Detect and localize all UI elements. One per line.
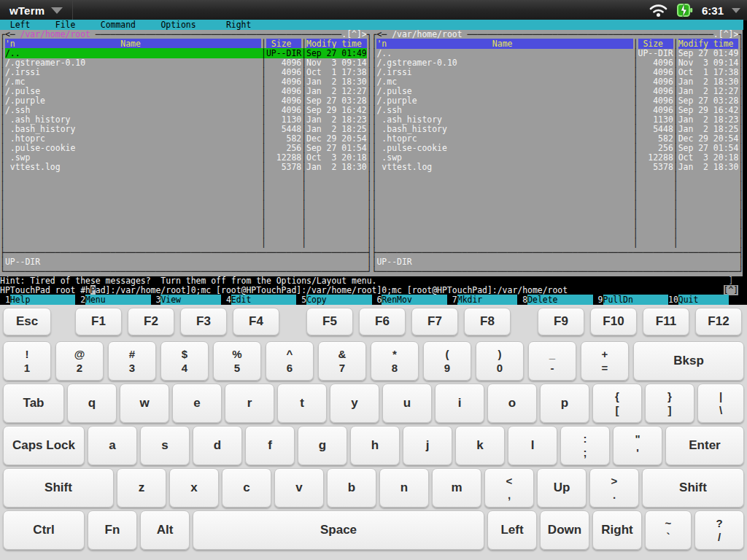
key-g[interactable]: g xyxy=(298,426,347,465)
key-bracket-right[interactable]: }] xyxy=(645,384,694,423)
key-backtick[interactable]: ~` xyxy=(645,510,692,550)
terminal-screen[interactable]: Left File Command Options Right ┌<─ /var… xyxy=(0,20,747,305)
key-s[interactable]: s xyxy=(140,426,190,465)
key-f2[interactable]: F2 xyxy=(128,308,174,335)
key-esc[interactable]: Esc xyxy=(3,308,51,335)
key-bksp[interactable]: Bksp xyxy=(633,341,744,381)
key-5[interactable]: %5 xyxy=(213,341,261,381)
key-v[interactable]: v xyxy=(274,468,324,508)
key-w[interactable]: w xyxy=(120,384,169,423)
key-comma[interactable]: <, xyxy=(484,468,534,508)
menu-options[interactable]: Options xyxy=(160,20,196,30)
key-2[interactable]: @2 xyxy=(55,341,104,381)
key-f7[interactable]: F7 xyxy=(411,308,458,335)
key-f8[interactable]: F8 xyxy=(464,308,511,335)
key-left[interactable]: Left xyxy=(487,510,537,550)
key-r[interactable]: r xyxy=(225,384,274,423)
panel-scroll-marker[interactable]: .[^]> xyxy=(341,29,366,39)
fkey-renmov[interactable]: RenMov xyxy=(382,295,447,305)
key-tab[interactable]: Tab xyxy=(3,384,64,423)
key-o[interactable]: o xyxy=(487,384,537,423)
menu-left[interactable]: Left xyxy=(10,20,31,30)
key-caps-lock[interactable]: Caps Lock xyxy=(3,426,85,465)
menu-file[interactable]: File xyxy=(55,20,76,30)
app-menu-button[interactable]: wTerm xyxy=(0,0,73,20)
key-n[interactable]: n xyxy=(379,468,429,508)
column-header-mtime[interactable]: Modify time xyxy=(306,39,367,49)
key-shift-right[interactable]: Shift xyxy=(642,468,744,508)
key-j[interactable]: j xyxy=(403,426,452,465)
panel-path[interactable]: /var/home/root xyxy=(20,29,90,39)
key-shift-left[interactable]: Shift xyxy=(3,468,114,508)
key-slash[interactable]: ?/ xyxy=(694,510,744,550)
key-semicolon[interactable]: :; xyxy=(560,426,610,465)
key-backslash[interactable]: |\ xyxy=(697,384,744,423)
key-quote[interactable]: "' xyxy=(613,426,662,465)
status-menu-arrow-icon[interactable] xyxy=(732,8,740,13)
scroll-indicator[interactable]: [^] xyxy=(724,285,739,295)
key-up[interactable]: Up xyxy=(537,468,587,508)
key-minus[interactable]: _- xyxy=(528,341,576,381)
fkey-help[interactable]: Help xyxy=(10,295,76,305)
key-u[interactable]: u xyxy=(382,384,432,423)
key-f4[interactable]: F4 xyxy=(233,308,279,335)
key-p[interactable]: p xyxy=(540,384,589,423)
key-down[interactable]: Down xyxy=(540,510,589,550)
key-y[interactable]: y xyxy=(330,384,379,423)
column-header-name[interactable]: 'n Name xyxy=(5,39,261,49)
key-f[interactable]: f xyxy=(245,426,295,465)
column-header-mtime[interactable]: Modify time xyxy=(678,39,739,49)
key-1[interactable]: !1 xyxy=(3,341,51,381)
key-7[interactable]: &7 xyxy=(318,341,366,381)
key-period[interactable]: >. xyxy=(589,468,639,508)
panel-path[interactable]: /var/home/root xyxy=(392,29,462,39)
key-space[interactable]: Space xyxy=(193,510,484,550)
key-ctrl[interactable]: Ctrl xyxy=(3,510,85,550)
key-6[interactable]: ^6 xyxy=(266,341,314,381)
menu-right[interactable]: Right xyxy=(226,20,251,30)
key-f3[interactable]: F3 xyxy=(180,308,227,335)
key-x[interactable]: x xyxy=(169,468,219,508)
key-l[interactable]: l xyxy=(508,426,557,465)
key-h[interactable]: h xyxy=(350,426,400,465)
panel-scroll-marker[interactable]: .[^]> xyxy=(713,29,738,39)
key-e[interactable]: e xyxy=(172,384,222,423)
menu-command[interactable]: Command xyxy=(101,20,136,30)
key-bracket-left[interactable]: {[ xyxy=(592,384,642,423)
key-0[interactable]: )0 xyxy=(476,341,524,381)
key-q[interactable]: q xyxy=(67,384,117,423)
column-header-name[interactable]: 'n Name xyxy=(376,39,632,49)
key-f1[interactable]: F1 xyxy=(75,308,122,335)
key-k[interactable]: k xyxy=(455,426,505,465)
fkey-view[interactable]: View xyxy=(160,295,221,305)
key-f9[interactable]: F9 xyxy=(538,308,584,335)
key-enter[interactable]: Enter xyxy=(665,426,744,465)
fkey-mkdir[interactable]: Mkdir xyxy=(457,295,518,305)
fkey-copy[interactable]: Copy xyxy=(306,295,372,305)
fkey-edit[interactable]: Edit xyxy=(231,295,297,305)
mc-fkey-bar[interactable]: 1Help 2Menu 3View 4Edit 5Copy 6RenMov 7M… xyxy=(0,295,743,305)
fkey-delete[interactable]: Delete xyxy=(527,295,593,305)
key-4[interactable]: $4 xyxy=(160,341,209,381)
key-8[interactable]: *8 xyxy=(371,341,419,381)
key-alt[interactable]: Alt xyxy=(140,510,190,550)
column-header-size[interactable]: Size xyxy=(638,39,673,49)
key-c[interactable]: c xyxy=(222,468,271,508)
key-f12[interactable]: F12 xyxy=(695,308,742,335)
key-9[interactable]: (9 xyxy=(423,341,471,381)
key-b[interactable]: b xyxy=(327,468,376,508)
key-f6[interactable]: F6 xyxy=(359,308,406,335)
key-right[interactable]: Right xyxy=(592,510,642,550)
key-f5[interactable]: F5 xyxy=(306,308,353,335)
fkey-menu[interactable]: Menu xyxy=(85,295,151,305)
key-f10[interactable]: F10 xyxy=(590,308,637,335)
column-header-size[interactable]: Size xyxy=(266,39,301,49)
key-t[interactable]: t xyxy=(277,384,327,423)
key-m[interactable]: m xyxy=(432,468,481,508)
key-fn[interactable]: Fn xyxy=(88,510,137,550)
fkey-pulldn[interactable]: PullDn xyxy=(603,295,669,305)
key-3[interactable]: #3 xyxy=(108,341,156,381)
fkey-quit[interactable]: Quit xyxy=(678,295,729,305)
key-f11[interactable]: F11 xyxy=(643,308,689,335)
key-z[interactable]: z xyxy=(117,468,166,508)
